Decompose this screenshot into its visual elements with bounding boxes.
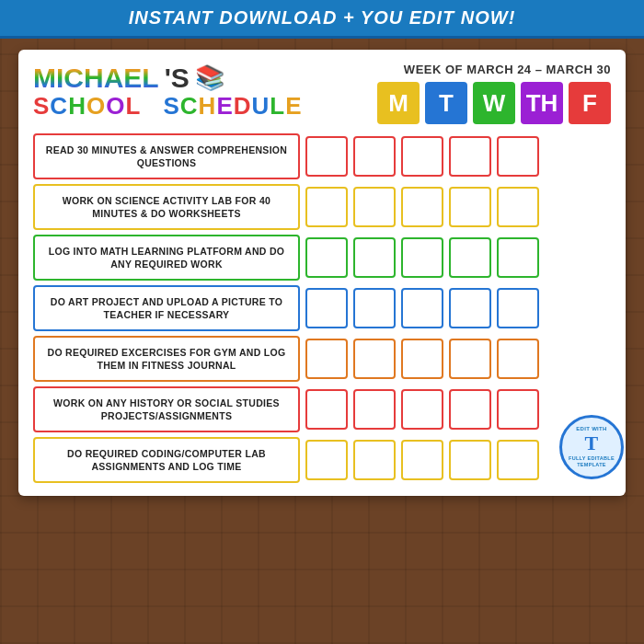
table-row: READ 30 MINUTES & ANSWER COMPREHENSION Q… — [33, 133, 611, 179]
day-th: TH — [521, 82, 563, 124]
check-box[interactable] — [449, 440, 491, 480]
day-t: T — [425, 82, 467, 124]
check-box[interactable] — [353, 389, 396, 430]
books-icon: 📚 — [195, 64, 224, 91]
day-w: W — [473, 82, 515, 124]
name-line: MICHAEL 'S 📚 — [33, 63, 303, 93]
header-row: MICHAEL 'S 📚 SCHOOL SCHEDULE WEEK OF MAR… — [33, 63, 611, 124]
table-row: DO REQUIRED EXCERCISES FOR GYM AND LOG T… — [33, 336, 611, 382]
check-box[interactable] — [449, 237, 491, 278]
table-row: LOG INTO MATH LEARNING PLATFORM AND DO A… — [33, 235, 611, 281]
banner-text: INSTANT DOWNLOAD + YOU EDIT NOW! — [129, 7, 516, 29]
check-box[interactable] — [497, 339, 539, 379]
student-name: MICHAEL — [33, 63, 159, 93]
check-box[interactable] — [353, 440, 396, 480]
check-box[interactable] — [449, 389, 491, 430]
badge-line2: FULLY EDITABLETEMPLATE — [569, 455, 615, 468]
task-label: DO REQUIRED EXCERCISES FOR GYM AND LOG T… — [33, 336, 300, 382]
task-label: READ 30 MINUTES & ANSWER COMPREHENSION Q… — [33, 133, 300, 179]
check-box[interactable] — [497, 237, 539, 278]
check-box[interactable] — [401, 440, 443, 480]
check-box[interactable] — [353, 237, 396, 278]
check-box[interactable] — [305, 389, 348, 430]
check-cells — [305, 437, 539, 483]
top-banner: INSTANT DOWNLOAD + YOU EDIT NOW! — [0, 0, 644, 39]
main-card: MICHAEL 'S 📚 SCHOOL SCHEDULE WEEK OF MAR… — [18, 50, 626, 496]
check-box[interactable] — [401, 136, 443, 177]
check-cells — [305, 285, 539, 331]
day-headers: M T W TH F — [377, 82, 611, 124]
check-box[interactable] — [497, 389, 539, 430]
check-box[interactable] — [305, 187, 348, 227]
template-badge: EDIT WITH t FULLY EDITABLETEMPLATE — [559, 415, 624, 479]
schedule-grid: READ 30 MINUTES & ANSWER COMPREHENSION Q… — [33, 133, 611, 483]
table-row: WORK ON SCIENCE ACTIVITY LAB FOR 40 MINU… — [33, 184, 611, 230]
week-label: WEEK OF MARCH 24 – MARCH 30 — [377, 63, 611, 76]
subtitle: SCHOOL SCHEDULE — [33, 93, 303, 120]
badge-t-icon: t — [584, 431, 598, 455]
check-box[interactable] — [401, 237, 443, 278]
check-box[interactable] — [305, 136, 348, 177]
check-box[interactable] — [449, 136, 491, 177]
check-box[interactable] — [305, 339, 348, 379]
apostrophe-s: 'S — [165, 63, 190, 93]
task-label: DO REQUIRED CODING/COMPUTER LAB ASSIGNME… — [33, 437, 300, 483]
check-box[interactable] — [353, 339, 396, 379]
check-box[interactable] — [305, 237, 348, 278]
table-row: WORK ON ANY HISTORY OR SOCIAL STUDIES PR… — [33, 386, 611, 432]
check-cells — [305, 184, 539, 230]
table-row: DO REQUIRED CODING/COMPUTER LAB ASSIGNME… — [33, 437, 611, 483]
day-f: F — [569, 82, 611, 124]
check-box[interactable] — [401, 288, 443, 328]
check-cells — [305, 133, 539, 179]
day-m: M — [377, 82, 420, 124]
check-box[interactable] — [401, 187, 443, 227]
check-box[interactable] — [401, 339, 443, 379]
check-cells — [305, 386, 539, 432]
table-row: DO ART PROJECT AND UPLOAD A PICTURE TO T… — [33, 285, 611, 331]
check-box[interactable] — [449, 288, 491, 328]
check-box[interactable] — [449, 339, 491, 379]
task-label: WORK ON ANY HISTORY OR SOCIAL STUDIES PR… — [33, 386, 300, 432]
check-box[interactable] — [353, 288, 396, 328]
task-label: WORK ON SCIENCE ACTIVITY LAB FOR 40 MINU… — [33, 184, 300, 230]
check-box[interactable] — [497, 440, 539, 480]
check-box[interactable] — [305, 440, 348, 480]
task-label: DO ART PROJECT AND UPLOAD A PICTURE TO T… — [33, 285, 300, 331]
task-label: LOG INTO MATH LEARNING PLATFORM AND DO A… — [33, 235, 300, 281]
week-block: WEEK OF MARCH 24 – MARCH 30 M T W TH F — [377, 63, 611, 124]
check-box[interactable] — [353, 136, 396, 177]
check-box[interactable] — [353, 187, 396, 227]
check-box[interactable] — [497, 136, 539, 177]
check-cells — [305, 336, 539, 382]
check-box[interactable] — [401, 389, 443, 430]
check-box[interactable] — [497, 288, 539, 328]
check-box[interactable] — [497, 187, 539, 227]
title-block: MICHAEL 'S 📚 SCHOOL SCHEDULE — [33, 63, 303, 120]
check-cells — [305, 235, 539, 281]
check-box[interactable] — [449, 187, 491, 227]
check-box[interactable] — [305, 288, 348, 328]
